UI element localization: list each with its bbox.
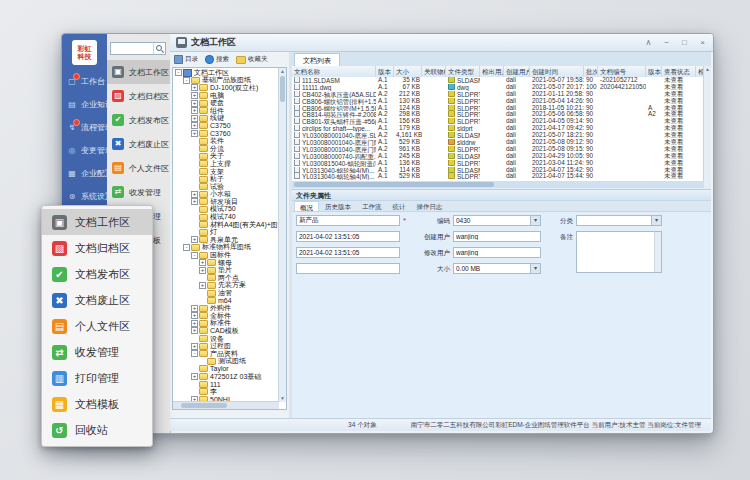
menu-item-文档发布区[interactable]: ✔文档发布区 — [107, 108, 170, 132]
table-row[interactable]: YL030080001040-底座.SLDASMA.24,161 KBSLDAS… — [292, 132, 704, 139]
table-row[interactable]: CB402-轴承压盖(A5A.SLDPRTA.2212 KBSLDPRTdali… — [292, 91, 704, 98]
table-vertical-scrollbar[interactable]: ▲ — [703, 66, 711, 188]
table-row[interactable]: CB814-明装压铸件-#.2008100...A.2298 KBSLDPRTd… — [292, 111, 704, 118]
expand-icon[interactable]: + — [191, 107, 198, 114]
menu-item-个人文件区[interactable]: ▤个人文件区 — [42, 313, 152, 339]
tree-node[interactable]: 上支撑 — [174, 160, 278, 168]
tree-node[interactable]: +C3760 — [174, 130, 278, 138]
toolbar-button-目录[interactable]: 目录 — [172, 54, 200, 65]
column-header-文档编号[interactable]: 文档编号 — [598, 66, 646, 77]
tree-node[interactable]: +硬盘 — [174, 99, 278, 107]
modify-user-field[interactable] — [453, 247, 541, 258]
expand-icon[interactable]: + — [191, 343, 198, 350]
sidebar-nav-item[interactable]: ▢工作台 — [62, 70, 107, 93]
table-row[interactable]: CB806-螺纹铝管(排料+1.5(1...A.1130 KBSLDPRTdal… — [292, 98, 704, 105]
tree-node[interactable]: +DJ-100(双立柱) — [174, 84, 278, 92]
properties-tab-历史版本[interactable]: 历史版本 — [320, 201, 356, 211]
column-header-关联物料[interactable]: 关联物料 — [422, 66, 446, 77]
table-horizontal-scrollbar[interactable] — [292, 181, 704, 188]
table-row[interactable]: CB806-螺纹铝管(M+1.5.5L...A.1124 KBSLDPRTdal… — [292, 105, 704, 112]
expand-icon[interactable]: + — [191, 191, 198, 198]
create-time-field[interactable] — [296, 231, 400, 242]
column-header-查看状态[interactable]: 查看状态 — [662, 66, 696, 77]
column-header-检出用户[interactable]: 检出用户 — [480, 66, 504, 77]
expand-icon[interactable]: + — [191, 327, 198, 334]
table-row[interactable]: YL0300815040-蜗轮附盖(M)...A.1136 KBSLDPRTda… — [292, 160, 704, 167]
table-row[interactable]: CB801-双头蜗杆压盖-#56(1...A.1156 KBSLDPRTdali… — [292, 118, 704, 125]
tree-node[interactable]: 分流 — [174, 145, 278, 153]
expand-icon[interactable]: + — [191, 122, 198, 129]
sidebar-nav-item[interactable]: ▤企业知识库 — [62, 93, 107, 116]
table-row[interactable]: YL030080000740-四配重.SLDASMA.1245 KBSLDASM… — [292, 153, 704, 160]
table-row[interactable]: YL0313040-蜗轮轴4(M)...A.1114 KBSLDASMdali2… — [292, 167, 704, 174]
toolbar-button-收藏夹[interactable]: 收藏夹 — [234, 54, 270, 65]
collapse-icon[interactable]: - — [191, 252, 198, 259]
dropdown-icon[interactable]: ▾ — [651, 216, 661, 225]
tree-node[interactable]: +CAD模板 — [174, 327, 278, 335]
collapse-icon[interactable]: - — [183, 77, 190, 84]
expand-icon[interactable]: + — [199, 267, 206, 274]
menu-item-文档废止区[interactable]: ✖文档废止区 — [42, 287, 152, 313]
modify-time-field[interactable] — [296, 247, 400, 258]
remark-textarea[interactable] — [576, 231, 662, 273]
textarea-scrollbar[interactable] — [654, 232, 661, 272]
menu-item-文档发布区[interactable]: ✔文档发布区 — [42, 261, 152, 287]
properties-tab-统计[interactable]: 统计 — [388, 201, 411, 211]
category-combo[interactable]: ▾ — [576, 215, 662, 226]
properties-tab-工作流[interactable]: 工作流 — [357, 201, 387, 211]
menu-item-打印管理[interactable]: ▥打印管理 — [42, 365, 152, 391]
name-field[interactable] — [296, 215, 400, 226]
code-combo[interactable]: 0430 ▾ — [453, 215, 541, 226]
menu-item-文档工作区[interactable]: ▣文档工作区 — [107, 60, 170, 84]
sidebar-nav-item[interactable]: ↯流程管理 — [62, 116, 107, 139]
tree-node[interactable]: +组件 — [174, 107, 278, 115]
table-row[interactable]: circlips for shaft—type...A.1179 KBsldpr… — [292, 125, 704, 132]
tree-node[interactable]: +472501Z 03基础 — [174, 373, 278, 381]
menu-item-收发管理[interactable]: ⇄收发管理 — [107, 180, 170, 204]
table-row[interactable]: YL030080001040-底座门限已...A.1529 KBslddrwda… — [292, 139, 704, 146]
tree-node[interactable]: 装件 — [174, 137, 278, 145]
scroll-up-icon[interactable]: ▲ — [704, 66, 711, 73]
tree-node[interactable]: 李 — [174, 388, 278, 396]
column-header-文件类型[interactable]: 文件类型 — [446, 66, 480, 77]
scroll-down-icon[interactable]: ▼ — [279, 395, 286, 402]
menu-item-收发管理[interactable]: ⇄收发管理 — [42, 339, 152, 365]
properties-tab-操作日志[interactable]: 操作日志 — [412, 201, 448, 211]
toolbar-button-搜索[interactable]: 搜索 — [203, 54, 231, 65]
collapse-icon[interactable]: - — [191, 350, 198, 357]
tree-node[interactable]: 测试图纸 — [174, 358, 278, 366]
expand-icon[interactable]: + — [191, 373, 198, 380]
sidebar-nav-item[interactable]: ▦企业配置 — [62, 162, 107, 185]
collapse-icon[interactable]: - — [175, 69, 182, 76]
tree-node[interactable]: 材料A4图(有关A4)+图纸 — [174, 221, 278, 229]
menu-item-回收站[interactable]: ↺回收站 — [42, 417, 152, 443]
tree-vertical-scrollbar[interactable]: ▲ ▼ — [278, 68, 286, 402]
menu-item-文档模板[interactable]: ▦文档模板 — [42, 391, 152, 417]
maximize-button-icon[interactable]: □ — [680, 34, 689, 52]
expand-icon[interactable]: + — [191, 100, 198, 107]
table-row[interactable]: 111.SLDASMA.135 KBSLDASMdali2021-05-07 1… — [292, 77, 704, 84]
table-row[interactable]: YL0313040-蜗轮轴4(M)...A.1529 KBSLDPRTdali2… — [292, 173, 704, 180]
table-row[interactable]: 11111.dwgA.167 KBdwgdali2021-05-07 20:17… — [292, 84, 704, 91]
column-header-版本[interactable]: 版本 — [646, 66, 662, 77]
expand-icon[interactable]: + — [191, 236, 198, 243]
tree-node[interactable]: 粘子 — [174, 175, 278, 183]
properties-tab-概况[interactable]: 概况 — [294, 201, 319, 211]
minimize-button-icon[interactable]: − — [662, 34, 671, 52]
menu-item-文档废止区[interactable]: ✖文档废止区 — [107, 132, 170, 156]
column-header-文档名称[interactable]: 文档名称 — [292, 66, 376, 77]
close-button-icon[interactable]: × — [698, 34, 707, 52]
column-header-创建时间[interactable]: 创建时间 — [530, 66, 584, 77]
pin-button-icon[interactable]: ∧ — [644, 34, 653, 52]
tab-document-list[interactable]: 文档列表 — [294, 53, 340, 66]
expand-icon[interactable]: + — [191, 92, 198, 99]
expand-icon[interactable]: + — [191, 130, 198, 137]
column-header-批次[interactable]: 批次 — [584, 66, 598, 77]
create-user-field[interactable] — [453, 231, 541, 242]
expand-icon[interactable]: + — [191, 198, 198, 205]
column-header-大小[interactable]: 大小 — [394, 66, 422, 77]
expand-icon[interactable]: + — [191, 305, 198, 312]
menu-item-文档工作区[interactable]: ▣文档工作区 — [42, 209, 152, 235]
table-row[interactable]: YL030080001040-底座门限已...A.2961 KBSLDPRTda… — [292, 146, 704, 153]
scroll-thumb[interactable] — [181, 403, 227, 408]
